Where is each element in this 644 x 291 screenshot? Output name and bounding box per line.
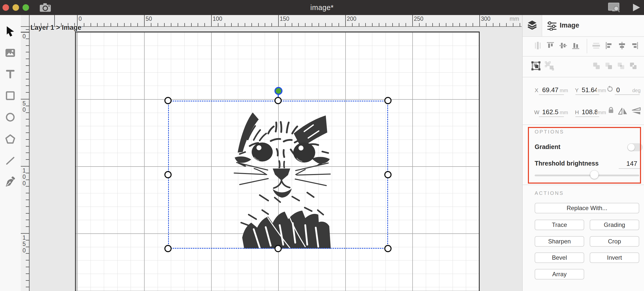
align-top-icon[interactable]	[546, 41, 555, 50]
layers-icon	[527, 20, 537, 32]
invert-button[interactable]: Invert	[590, 252, 639, 263]
lock-aspect-icon[interactable]	[607, 106, 615, 116]
threshold-label: Threshold brightness	[535, 160, 599, 167]
selection-handle-sw[interactable]	[164, 245, 172, 252]
h-input[interactable]: 108.89	[582, 108, 597, 116]
h-label: H	[575, 109, 579, 116]
selection-handle-s[interactable]	[274, 245, 282, 252]
ruler-label: 150	[23, 235, 26, 254]
actions-heading: ACTIONS	[535, 190, 564, 196]
vertical-ruler: 0 50 100 150	[21, 27, 30, 291]
crop-button[interactable]: Crop	[590, 236, 639, 247]
distribute-horizontal-icon[interactable]	[533, 41, 542, 50]
boolean-subtract-icon[interactable]	[605, 62, 612, 71]
gradient-toggle-knob	[628, 144, 635, 151]
options-heading: OPTIONS	[535, 129, 564, 135]
tool-palette	[0, 15, 21, 291]
distribute-vertical-icon[interactable]	[592, 41, 600, 50]
selection-handle-e[interactable]	[384, 171, 392, 178]
align-bottom-icon[interactable]	[571, 41, 580, 50]
selection-handle-ne[interactable]	[384, 97, 392, 104]
ruler-corner	[21, 15, 30, 27]
boolean-intersect-icon[interactable]	[617, 62, 624, 71]
w-label: W	[534, 109, 539, 116]
grading-button[interactable]: Grading	[590, 220, 639, 230]
ellipse-tool-icon[interactable]	[5, 112, 16, 123]
align-middle-icon[interactable]	[559, 41, 567, 50]
rotate-handle[interactable]	[274, 87, 282, 95]
document-title: image*	[0, 4, 644, 12]
sharpen-button[interactable]: Sharpen	[535, 236, 584, 247]
horizontal-ruler: 0 50 100 150 200 250 300 mm	[30, 15, 522, 27]
replace-with-button[interactable]: Replace With...	[535, 203, 639, 213]
gradient-label: Gradient	[535, 143, 560, 151]
image-tool-icon[interactable]	[5, 47, 16, 58]
ruler-label: 0	[23, 33, 26, 40]
panel-title: Image	[560, 22, 579, 29]
ruler-label: 50	[146, 16, 152, 22]
breadcrumb: Layer 1 > Image	[31, 24, 81, 32]
selection-handle-nw[interactable]	[164, 97, 172, 104]
app-window: image*	[0, 0, 644, 291]
rotation-input[interactable]: 0	[616, 86, 626, 94]
rotation-unit: deg	[632, 88, 640, 93]
run-play-icon[interactable]	[632, 3, 640, 13]
ruler-unit-label: mm	[501, 16, 519, 22]
rectangle-tool-icon[interactable]	[5, 90, 16, 101]
w-unit: mm	[560, 110, 568, 115]
rotate-icon	[607, 86, 613, 94]
selection-handle-se[interactable]	[384, 245, 392, 252]
tab-layers[interactable]	[523, 15, 542, 36]
boolean-union-icon[interactable]	[593, 62, 600, 71]
flip-vertical-icon[interactable]	[631, 107, 642, 117]
ruler-label: 50	[23, 100, 26, 113]
line-tool-icon[interactable]	[5, 155, 16, 166]
ruler-label: 300	[481, 16, 490, 22]
flip-horizontal-icon[interactable]	[617, 107, 628, 117]
align-left-icon[interactable]	[605, 41, 613, 50]
bevel-button[interactable]: Bevel	[535, 252, 584, 263]
threshold-slider-track[interactable]	[535, 175, 639, 176]
pen-tool-icon[interactable]	[5, 177, 16, 188]
w-input[interactable]: 162.57	[542, 108, 559, 116]
text-tool-icon[interactable]	[5, 69, 16, 80]
threshold-slider-knob[interactable]	[590, 171, 598, 179]
boolean-exclude-icon[interactable]	[630, 62, 637, 71]
ruler-label: 0	[79, 16, 82, 22]
trace-button[interactable]: Trace	[535, 220, 584, 230]
x-unit: mm	[560, 88, 568, 93]
gradient-toggle[interactable]	[627, 143, 643, 151]
select-tool-icon[interactable]	[5, 26, 16, 37]
group-icon[interactable]	[531, 61, 541, 72]
threshold-input[interactable]: 147	[622, 160, 637, 168]
x-label: X	[535, 87, 538, 94]
ungroup-icon[interactable]	[545, 61, 554, 72]
ruler-label: 200	[347, 16, 356, 22]
adjustments-icon	[547, 21, 557, 32]
title-bar: image*	[0, 0, 644, 15]
polygon-tool-icon[interactable]	[5, 133, 16, 144]
ruler-label: 150	[280, 16, 289, 22]
align-right-icon[interactable]	[630, 41, 639, 50]
properties-panel: Image	[522, 15, 644, 291]
array-button[interactable]: Array	[535, 269, 584, 279]
y-unit: mm	[598, 88, 606, 93]
ruler-label: 250	[414, 16, 423, 22]
y-label: Y	[575, 87, 579, 94]
selection-bounding-box[interactable]	[168, 101, 388, 249]
y-input[interactable]: 51.64	[582, 86, 597, 94]
selection-handle-w[interactable]	[164, 171, 172, 178]
ruler-label: 100	[213, 16, 222, 22]
h-unit: mm	[598, 110, 606, 115]
align-center-icon[interactable]	[618, 41, 626, 50]
selection-handle-n[interactable]	[274, 97, 282, 104]
ruler-label: 100	[23, 168, 26, 187]
screen-preview-icon[interactable]	[608, 3, 620, 14]
